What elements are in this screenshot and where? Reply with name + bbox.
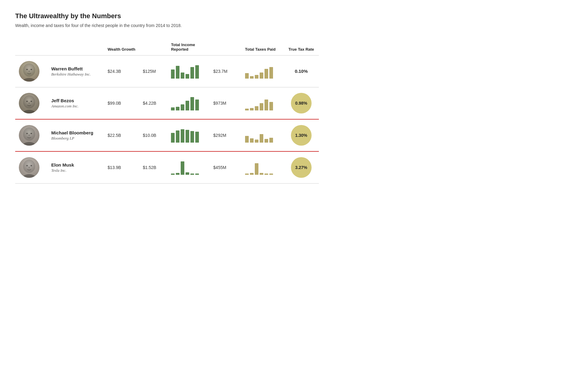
col-header-taxes-value [210,40,241,56]
face-svg [19,125,39,146]
bar [171,133,175,143]
taxes-chart-cell [241,151,284,184]
person-name-cell: Michael Bloomberg Bloomberg LP [48,119,104,151]
taxes-chart-cell [241,119,284,151]
svg-point-3 [29,71,30,72]
bar [176,66,179,79]
bar [195,100,199,110]
table-row: Michael Bloomberg Bloomberg LP $22.5B $1… [15,119,319,151]
income-value: $125M [139,56,167,87]
bar [245,73,249,79]
bar [190,174,194,175]
person-name-cell: Warren Buffett Berkshire Hathaway Inc. [48,56,104,87]
svg-point-17 [31,165,32,166]
svg-point-2 [31,69,32,70]
svg-point-13 [29,135,30,136]
bar [195,65,199,79]
bar [250,76,254,79]
income-bar-chart [171,160,206,175]
bar [176,173,179,175]
rate-cell: 0.10% [284,56,319,87]
main-table: Wealth Growth Total Income Reported Tota… [15,40,319,184]
avatar [19,93,39,113]
col-header-wealth: Wealth Growth [104,40,139,56]
svg-point-9 [22,110,36,113]
income-value: $4.22B [139,87,167,120]
income-value: $10.0B [139,119,167,151]
svg-point-6 [26,101,28,102]
wealth-growth-value: $99.0B [104,87,139,120]
rate-cell: 3.27% [284,151,319,184]
taxes-bar-chart [245,128,280,143]
bar [260,134,263,143]
bar [260,173,263,175]
income-bar-chart [171,96,206,110]
avatar-cell [15,151,48,184]
face-svg [19,61,39,82]
income-chart-cell [167,56,210,87]
bar [186,74,189,79]
bar [265,100,268,110]
bar [190,131,194,143]
bar [176,130,179,143]
person-company: Tesla Inc. [51,168,101,173]
page-title: The Ultrawealthy by the Numbers [15,12,319,20]
svg-point-10 [23,127,35,141]
bar [269,67,273,79]
income-bar-chart [171,64,206,79]
person-name: Elon Musk [51,162,101,168]
bar [260,73,263,79]
bar [176,107,179,110]
svg-point-7 [31,101,32,102]
bar [250,108,254,110]
col-header-avatar [15,40,48,56]
table-row: Jeff Bezos Amazon.com Inc. $99.0B $4.22B… [15,87,319,120]
face-svg [19,157,39,178]
table-row: Warren Buffett Berkshire Hathaway Inc. $… [15,56,319,87]
income-value: $1.52B [139,151,167,184]
avatar-cell [15,56,48,87]
avatar-cell [15,119,48,151]
svg-point-14 [22,142,36,146]
rate-badge: 1.30% [291,125,312,146]
taxes-value: $455M [210,151,241,184]
svg-point-15 [23,160,35,173]
svg-point-1 [26,69,28,70]
bar [181,104,184,110]
avatar-cell [15,87,48,120]
bar [260,103,263,110]
bar [245,174,249,175]
rate-cell: 1.30% [284,119,319,151]
taxes-value: $23.7M [210,56,241,87]
svg-point-16 [26,165,28,166]
bar [269,102,273,110]
wealth-growth-value: $22.5B [104,119,139,151]
bar [171,69,175,79]
svg-point-12 [31,133,32,134]
person-name: Michael Bloomberg [51,130,101,136]
bar [181,129,184,143]
bar [255,106,258,110]
taxes-bar-chart [245,64,280,79]
rate-cell: 0.98% [284,87,319,120]
person-company: Bloomberg LP [51,136,101,141]
face-svg [19,93,39,113]
avatar [19,61,39,82]
person-name-cell: Elon Musk Tesla Inc. [48,151,104,184]
bar [269,174,273,175]
income-chart-cell [167,119,210,151]
bar [190,97,194,110]
bar [250,138,254,143]
svg-point-0 [23,63,35,77]
bar [190,67,194,79]
income-chart-cell [167,151,210,184]
bar [265,174,268,175]
taxes-bar-chart [245,160,280,175]
person-company: Berkshire Hathaway Inc. [51,72,101,77]
taxes-bar-chart [245,96,280,110]
taxes-value: $973M [210,87,241,120]
bar [265,139,268,143]
bar [195,174,199,175]
person-name-cell: Jeff Bezos Amazon.com Inc. [48,87,104,120]
bar [186,172,189,175]
